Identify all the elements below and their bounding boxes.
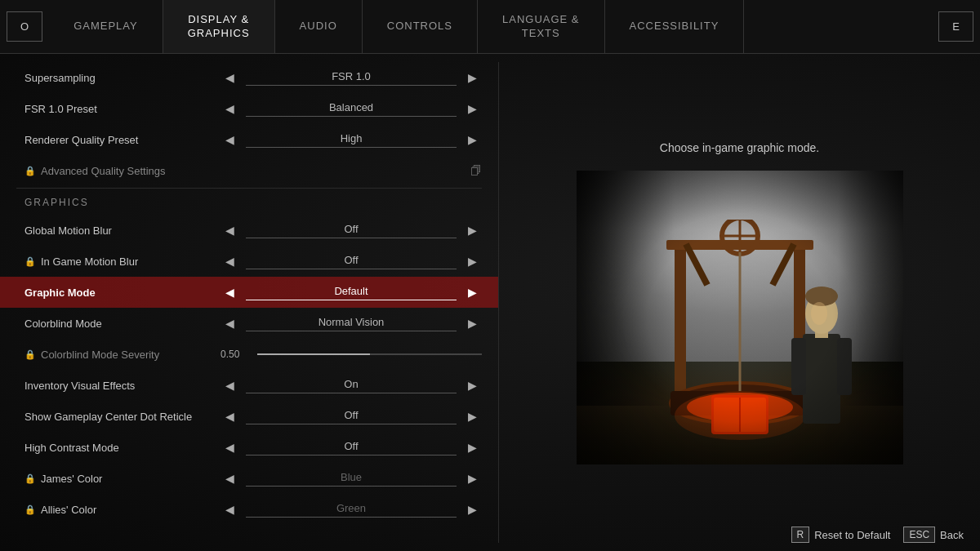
nav-item-audio[interactable]: AUDIO xyxy=(275,0,363,53)
value-text-james-color: Blue xyxy=(341,471,362,483)
divider-1 xyxy=(16,188,482,189)
arrow-left-graphic-mode[interactable]: ◀ xyxy=(220,284,239,300)
copy-icon-advanced[interactable]: 🗍 xyxy=(470,164,482,177)
arrow-right-inventory-effects[interactable]: ▶ xyxy=(463,377,482,393)
value-bar-colorblind-mode: Normal Vision xyxy=(246,316,457,331)
arrow-right-high-contrast[interactable]: ▶ xyxy=(463,439,482,455)
setting-row-supersampling[interactable]: Supersampling ◀ FSR 1.0 ▶ xyxy=(0,62,498,93)
value-bar-supersampling: FSR 1.0 xyxy=(246,70,457,86)
nav-item-accessibility[interactable]: ACCESSIBILITY xyxy=(605,0,745,53)
setting-row-advanced-quality[interactable]: 🔒 Advanced Quality Settings 🗍 xyxy=(0,155,498,186)
arrow-right-james-color[interactable]: ▶ xyxy=(463,470,482,487)
slider-container-colorblind-severity: 0.50 xyxy=(220,349,482,360)
graphic-mode-description: Choose in-game graphic mode. xyxy=(660,141,819,154)
arrow-left-high-contrast[interactable]: ◀ xyxy=(220,439,239,455)
bar-line-colorblind-mode xyxy=(246,331,457,331)
nav-item-gameplay[interactable]: GAMEPLAY xyxy=(49,0,163,53)
svg-point-22 xyxy=(811,302,827,325)
setting-row-global-motion-blur[interactable]: Global Motion Blur ◀ Off ▶ xyxy=(0,215,498,246)
svg-rect-18 xyxy=(837,338,852,395)
slider-track-colorblind-severity[interactable] xyxy=(257,353,482,355)
nav-bar: O GAMEPLAY DISPLAY &GRAPHICS AUDIO CONTR… xyxy=(0,0,980,54)
bottom-bar: R Reset to Default ESC Back xyxy=(775,518,980,551)
setting-label-ingame-motion-blur: 🔒 In Game Motion Blur xyxy=(24,256,220,268)
arrow-left-inventory-effects[interactable]: ◀ xyxy=(220,377,239,393)
right-panel: Choose in-game graphic mode. xyxy=(499,54,980,551)
arrow-right-colorblind-mode[interactable]: ▶ xyxy=(463,315,482,331)
nav-item-display-graphics[interactable]: DISPLAY &GRAPHICS xyxy=(163,0,275,53)
value-text-dot-reticle: Off xyxy=(344,409,358,421)
setting-control-allies-color: ◀ Green ▶ xyxy=(220,501,482,518)
setting-row-james-color[interactable]: 🔒 James' Color ◀ Blue ▶ xyxy=(0,463,498,494)
setting-row-ingame-motion-blur[interactable]: 🔒 In Game Motion Blur ◀ Off ▶ xyxy=(0,246,498,277)
bar-line-global-motion-blur xyxy=(246,238,457,238)
bar-line-graphic-mode xyxy=(246,300,457,300)
setting-row-dot-reticle[interactable]: Show Gameplay Center Dot Reticle ◀ Off ▶ xyxy=(0,401,498,432)
arrow-left-supersampling[interactable]: ◀ xyxy=(220,69,239,86)
setting-row-renderer-quality[interactable]: Renderer Quality Preset ◀ High ▶ xyxy=(0,124,498,155)
arrow-left-renderer-quality[interactable]: ◀ xyxy=(220,131,239,148)
arrow-left-colorblind-mode[interactable]: ◀ xyxy=(220,315,239,331)
setting-row-high-contrast[interactable]: High Contrast Mode ◀ Off ▶ xyxy=(0,432,498,463)
svg-point-11 xyxy=(687,393,793,422)
arrow-right-allies-color[interactable]: ▶ xyxy=(463,501,482,518)
value-text-ingame-blur: Off xyxy=(344,254,358,266)
arrow-right-renderer-quality[interactable]: ▶ xyxy=(463,131,482,148)
arrow-right-global-motion-blur[interactable]: ▶ xyxy=(463,222,482,238)
setting-row-graphic-mode[interactable]: Graphic Mode ◀ Default ▶ xyxy=(0,277,498,308)
svg-line-4 xyxy=(773,244,794,285)
nav-key-right[interactable]: E xyxy=(938,11,973,42)
arrow-right-graphic-mode[interactable]: ▶ xyxy=(463,284,482,300)
value-bar-global-motion-blur: Off xyxy=(246,223,457,238)
tree-left xyxy=(577,171,675,406)
bar-line-supersampling xyxy=(246,85,457,86)
nav-item-controls[interactable]: CONTROLS xyxy=(363,0,478,53)
setting-label-james-color: 🔒 James' Color xyxy=(24,473,220,485)
value-bar-ingame-blur: Off xyxy=(246,254,457,269)
bar-line-ingame-blur xyxy=(246,269,457,269)
nav-key-left[interactable]: O xyxy=(7,11,42,42)
value-text-renderer-quality: High xyxy=(341,132,363,144)
setting-label-high-contrast: High Contrast Mode xyxy=(24,442,220,454)
arrow-left-allies-color[interactable]: ◀ xyxy=(220,501,239,518)
value-text-graphic-mode: Default xyxy=(334,285,368,297)
setting-control-dot-reticle: ◀ Off ▶ xyxy=(220,408,482,424)
setting-control-inventory-effects: ◀ On ▶ xyxy=(220,377,482,393)
setting-label-colorblind-mode: Colorblind Mode xyxy=(24,318,220,330)
arrow-left-ingame-blur[interactable]: ◀ xyxy=(220,253,239,269)
setting-control-global-motion-blur: ◀ Off ▶ xyxy=(220,222,482,238)
arrow-right-supersampling[interactable]: ▶ xyxy=(463,69,482,86)
arrow-left-dot-reticle[interactable]: ◀ xyxy=(220,408,239,424)
setting-row-inventory-effects[interactable]: Inventory Visual Effects ◀ On ▶ xyxy=(0,370,498,401)
setting-control-colorblind-mode: ◀ Normal Vision ▶ xyxy=(220,315,482,331)
setting-label-inventory-effects: Inventory Visual Effects xyxy=(24,380,220,392)
arrow-right-fsr-preset[interactable]: ▶ xyxy=(463,100,482,117)
setting-label-dot-reticle: Show Gameplay Center Dot Reticle xyxy=(24,411,220,423)
back-action[interactable]: ESC Back xyxy=(903,527,964,543)
value-bar-inventory-effects: On xyxy=(246,378,457,393)
value-bar-high-contrast: Off xyxy=(246,440,457,455)
back-label: Back xyxy=(940,529,964,541)
setting-label-global-motion-blur: Global Motion Blur xyxy=(24,224,220,237)
value-text-colorblind-mode: Normal Vision xyxy=(318,316,385,328)
reset-action[interactable]: R Reset to Default xyxy=(791,527,891,543)
section-header-graphics: GRAPHICS xyxy=(0,190,498,215)
svg-rect-17 xyxy=(791,338,806,395)
arrow-right-ingame-blur[interactable]: ▶ xyxy=(463,253,482,269)
lock-icon-colorblind-severity: 🔒 xyxy=(24,349,36,360)
character-svg xyxy=(785,285,858,432)
arrow-left-fsr-preset[interactable]: ◀ xyxy=(220,100,239,117)
value-bar-dot-reticle: Off xyxy=(246,409,457,424)
nav-item-language-texts[interactable]: LANGUAGE &TEXTS xyxy=(478,0,605,53)
setting-row-allies-color[interactable]: 🔒 Allies' Color ◀ Green ▶ xyxy=(0,494,498,525)
value-bar-james-color: Blue xyxy=(246,471,457,487)
setting-row-colorblind-severity[interactable]: 🔒 Colorblind Mode Severity 0.50 xyxy=(0,339,498,370)
arrow-left-global-motion-blur[interactable]: ◀ xyxy=(220,222,239,238)
arrow-left-james-color[interactable]: ◀ xyxy=(220,470,239,487)
bar-line-renderer-quality xyxy=(246,147,457,148)
svg-rect-16 xyxy=(803,334,840,424)
arrow-right-dot-reticle[interactable]: ▶ xyxy=(463,408,482,424)
reset-label: Reset to Default xyxy=(814,529,890,541)
setting-row-colorblind-mode[interactable]: Colorblind Mode ◀ Normal Vision ▶ xyxy=(0,308,498,339)
setting-row-fsr-preset[interactable]: FSR 1.0 Preset ◀ Balanced ▶ xyxy=(0,93,498,124)
